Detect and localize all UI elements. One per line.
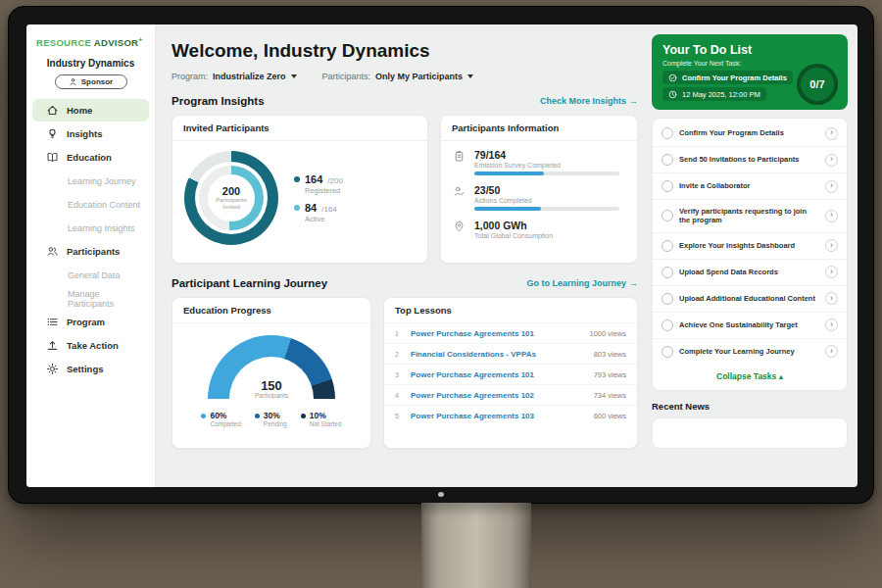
filters-bar: Program: Industrialize Zero Participants… [172,72,638,81]
lesson-views: 1000 views [589,329,626,338]
sponsor-badge[interactable]: Sponsor [55,74,127,89]
card-title: Invited Participants [172,116,427,141]
power-led [438,492,444,497]
program-select[interactable]: Industrialize Zero [213,72,297,81]
participants-filter-label: Participants: [322,72,371,81]
gauge-center-value: 150 [208,379,335,392]
link-label: Go to Learning Journey [526,278,626,288]
pin-icon [453,220,466,242]
sidebar-item-settings[interactable]: Settings [32,358,149,380]
lesson-link[interactable]: Power Purchase Agreements 101 [411,329,581,338]
todo-task[interactable]: Explore Your Insights Dashboard › [653,233,847,260]
legend-label: Active [305,215,343,223]
todo-task[interactable]: Achieve One Sustainability Target › [653,313,847,339]
lesson-link[interactable]: Power Purchase Agreements 103 [411,412,586,420]
info-row-actions: 23/50 Actions Completed [453,184,625,211]
task-checkbox[interactable] [662,267,673,278]
arrow-right-icon: → [629,278,638,288]
check-more-insights-link[interactable]: Check More Insights→ [540,96,638,106]
lesson-views: 600 views [594,412,626,420]
chevron-right-icon[interactable]: › [825,239,838,252]
info-label: Emission Survey Completed [474,162,625,169]
chevron-right-icon[interactable]: › [825,180,838,193]
todo-task[interactable]: Upload Spend Data Records › [653,260,847,286]
sidebar-item-label: Take Action [67,340,119,351]
todo-task[interactable]: Complete Your Learning Journey › [653,339,847,365]
invited-donut-chart: 200 Participants Invited [184,151,278,245]
todo-task[interactable]: Verify participants requesting to join t… [653,200,847,233]
task-checkbox[interactable] [662,210,673,221]
card-title: Top Lessons [384,298,637,323]
todo-next-task: Confirm Your Program Details [662,71,793,84]
task-checkbox[interactable] [662,240,673,252]
participants-select[interactable]: Only My Participants [375,72,473,81]
lesson-link[interactable]: Financial Considerations - VPPAs [411,350,586,359]
info-row-emission-survey: 79/164 Emission Survey Completed [453,149,625,175]
progress-bar [474,207,619,211]
link-label: Check More Insights [540,96,626,106]
go-to-learning-journey-link[interactable]: Go to Learning Journey→ [526,278,638,288]
sidebar-item-label: Settings [67,364,103,374]
todo-list-card: Confirm Your Program Details › Send 50 I… [652,118,848,391]
home-icon [46,104,59,117]
sidebar-item-take-action[interactable]: Take Action [32,334,149,357]
sidebar-item-label: Insights [67,128,102,139]
sidebar-item-manage-participants[interactable]: Manage Participants [32,287,149,310]
sidebar-item-label: Learning Journey [68,176,136,186]
sidebar-item-insights[interactable]: Insights [32,122,149,145]
chevron-right-icon[interactable]: › [825,154,838,167]
sidebar-item-home[interactable]: Home [32,99,149,122]
sidebar-item-education-content[interactable]: Education Content [32,193,149,216]
info-row-consumption: 1,000 GWh Total Global Consumption [453,220,625,242]
legend-item-pending: 30% Pending [255,411,287,427]
chevron-right-icon[interactable]: › [825,127,838,140]
gear-icon [46,363,59,375]
todo-task[interactable]: Upload Additional Educational Content › [653,286,847,313]
section-title-program-insights: Program Insights [172,95,265,107]
task-checkbox[interactable] [662,293,673,305]
lesson-link[interactable]: Power Purchase Agreements 102 [411,391,586,400]
chevron-right-icon[interactable]: › [825,210,838,222]
collapse-tasks-button[interactable]: Collapse Tasks ▴ [653,365,847,388]
scene: RESOURCE ADVISOR+ Industry Dynamics Spon… [0,0,882,588]
chevron-right-icon[interactable]: › [825,292,838,305]
todo-task[interactable]: Invite a Collaborator › [653,173,847,200]
task-checkbox[interactable] [662,154,673,166]
sidebar-item-general-data[interactable]: General Data [32,264,149,286]
chevron-right-icon[interactable]: › [825,345,838,358]
education-progress-card: Education Progress 150 Participants [172,297,371,449]
check-circle-icon [668,74,677,82]
upload-icon [46,339,59,352]
task-checkbox[interactable] [662,319,673,331]
chevron-down-icon [467,74,473,78]
task-checkbox[interactable] [662,180,673,192]
chevron-right-icon[interactable]: › [825,266,838,278]
recent-news-card[interactable] [652,417,848,449]
lesson-rank: 1 [395,330,403,337]
task-checkbox[interactable] [662,346,673,358]
sidebar-item-label: Program [67,317,105,327]
sidebar-item-label: Education Content [68,200,140,210]
sidebar-item-participants[interactable]: Participants [32,240,149,263]
todo-task[interactable]: Send 50 Invitations to Participants › [653,147,847,173]
arrow-right-icon: → [629,96,638,106]
task-checkbox[interactable] [662,127,673,139]
gauge-legend: 60% Completed 30% Pending 10% Not Starte… [182,411,361,427]
todo-task[interactable]: Confirm Your Program Details › [653,121,847,147]
logo-text-primary: RESOURCE [36,37,91,48]
lesson-views: 803 views [594,350,626,359]
people-icon [46,245,59,258]
lesson-rank: 4 [395,392,403,399]
sidebar-item-learning-journey[interactable]: Learning Journey [32,170,149,192]
clock-icon [668,90,677,99]
sidebar-item-learning-insights[interactable]: Learning Insights [32,217,149,239]
chevron-right-icon[interactable]: › [825,318,838,331]
sidebar-item-program[interactable]: Program [32,311,149,333]
monitor-bezel: RESOURCE ADVISOR+ Industry Dynamics Spon… [8,6,874,504]
todo-panel: Your To Do List Complete Your Next Task:… [650,24,858,487]
sidebar-item-education[interactable]: Education [32,146,149,169]
todo-header-card: Your To Do List Complete Your Next Task:… [652,34,848,110]
legend-dot [294,205,300,211]
monitor-stand [421,503,531,588]
lesson-link[interactable]: Power Purchase Agreements 101 [411,370,586,379]
